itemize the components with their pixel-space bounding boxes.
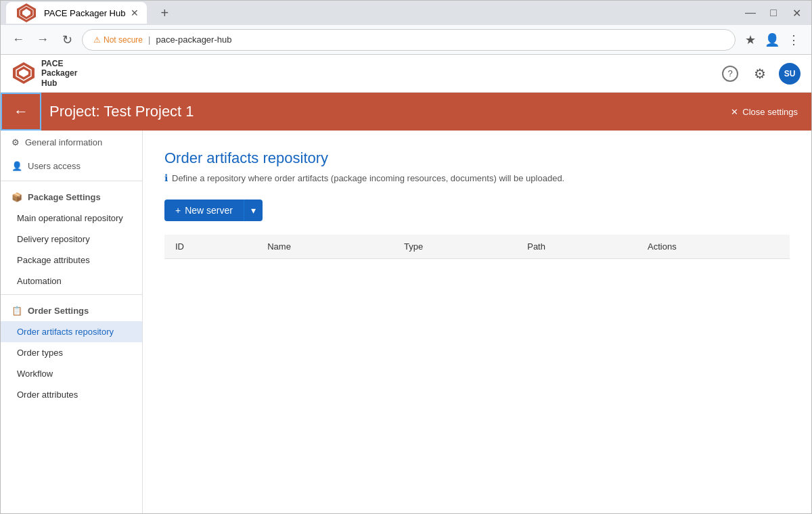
table-header: ID Name Type Path Actions: [164, 235, 790, 259]
new-server-button[interactable]: + New server: [164, 200, 244, 221]
maximize-button[interactable]: □: [764, 3, 783, 22]
close-settings-button[interactable]: ✕ Close settings: [717, 107, 811, 117]
page-title: Order artifacts repository: [164, 149, 790, 167]
menu-button[interactable]: ⋮: [784, 30, 803, 49]
sidebar-item-delivery-repository[interactable]: Delivery repository: [1, 229, 142, 250]
col-path: Path: [516, 235, 637, 259]
address-actions: ★ 👤 ⋮: [741, 30, 803, 49]
page-description: ℹ Define a repository where order artifa…: [164, 172, 790, 183]
app-header: PACE Packager Hub ? ⚙ SU: [1, 55, 811, 93]
minimize-button[interactable]: —: [741, 3, 760, 22]
project-title: Project: Test Project 1: [41, 103, 717, 120]
general-info-icon: ⚙: [12, 137, 20, 147]
account-button[interactable]: 👤: [763, 30, 782, 49]
new-tab-button[interactable]: +: [155, 3, 174, 22]
sidebar-item-order-types[interactable]: Order types: [1, 342, 142, 363]
chevron-down-icon: ▾: [251, 205, 256, 216]
address-bar: ← → ↻ ⚠ Not secure | pace-packager-hub ★…: [1, 25, 811, 55]
refresh-button[interactable]: ↻: [58, 30, 76, 49]
address-url: pace-packager-hub: [156, 34, 231, 45]
tab-favicon: [14, 1, 39, 25]
help-button[interactable]: ?: [719, 63, 741, 85]
users-icon: 👤: [12, 161, 22, 171]
sidebar-item-order-attributes[interactable]: Order attributes: [1, 384, 142, 405]
close-icon: ✕: [731, 107, 738, 117]
package-settings-icon: 📦: [12, 192, 22, 202]
tab-close-button[interactable]: ✕: [131, 7, 139, 18]
avatar-button[interactable]: SU: [779, 63, 800, 85]
col-actions: Actions: [637, 235, 790, 259]
order-settings-section-header: 📋 Order Settings: [1, 298, 142, 321]
help-icon: ?: [722, 66, 738, 82]
forward-button[interactable]: →: [33, 30, 52, 49]
sidebar-item-workflow[interactable]: Workflow: [1, 363, 142, 384]
not-secure-indicator: ⚠ Not secure: [93, 35, 143, 45]
settings-button[interactable]: ⚙: [749, 63, 771, 85]
col-type: Type: [393, 235, 516, 259]
app-logo-text: PACE Packager Hub: [41, 59, 77, 88]
app-logo-icon: [12, 61, 36, 85]
address-input[interactable]: ⚠ Not secure | pace-packager-hub: [82, 29, 736, 51]
back-button[interactable]: ←: [9, 30, 28, 49]
sidebar: ⚙ General information 👤 Users access 📦 P…: [1, 131, 143, 513]
package-settings-section-header: 📦 Package Settings: [1, 184, 142, 208]
sidebar-divider-2: [1, 294, 142, 295]
sidebar-item-users-access[interactable]: 👤 Users access: [1, 154, 142, 178]
repository-table: ID Name Type Path Actions: [164, 235, 790, 259]
title-bar: PACE Packager Hub ✕ + — □ ✕: [1, 1, 811, 25]
plus-icon: +: [175, 205, 181, 216]
back-arrow-icon: ←: [14, 103, 28, 120]
gear-icon: ⚙: [754, 66, 766, 82]
close-button[interactable]: ✕: [787, 3, 806, 22]
tab[interactable]: PACE Packager Hub ✕: [6, 2, 147, 24]
order-settings-icon: 📋: [12, 306, 22, 316]
window-controls: — □ ✕: [741, 3, 806, 22]
project-back-button[interactable]: ←: [1, 93, 41, 131]
col-name: Name: [256, 235, 393, 259]
app-container: PACE Packager Hub ? ⚙ SU ← Project: Test…: [1, 55, 811, 513]
sidebar-item-general-information[interactable]: ⚙ General information: [1, 131, 142, 154]
project-header: ← Project: Test Project 1 ✕ Close settin…: [1, 93, 811, 131]
info-icon: ℹ: [164, 172, 168, 183]
sidebar-item-main-operational-repository[interactable]: Main operational repository: [1, 208, 142, 229]
warning-icon: ⚠: [93, 35, 101, 45]
table-header-row: ID Name Type Path Actions: [164, 235, 790, 259]
new-server-dropdown-button[interactable]: ▾: [244, 200, 263, 221]
sidebar-item-package-attributes[interactable]: Package attributes: [1, 250, 142, 271]
tab-title: PACE Packager Hub: [44, 8, 125, 18]
new-server-button-group: + New server ▾: [164, 200, 790, 221]
sidebar-divider-1: [1, 181, 142, 181]
main-layout: ⚙ General information 👤 Users access 📦 P…: [1, 131, 811, 513]
header-actions: ? ⚙ SU: [719, 63, 800, 85]
sidebar-item-order-artifacts-repository[interactable]: Order artifacts repository: [1, 321, 142, 342]
bookmark-button[interactable]: ★: [741, 30, 760, 49]
sidebar-item-automation[interactable]: Automation: [1, 271, 142, 291]
logo-area: PACE Packager Hub: [12, 59, 77, 88]
col-id: ID: [164, 235, 256, 259]
content-area: Order artifacts repository ℹ Define a re…: [143, 131, 811, 513]
